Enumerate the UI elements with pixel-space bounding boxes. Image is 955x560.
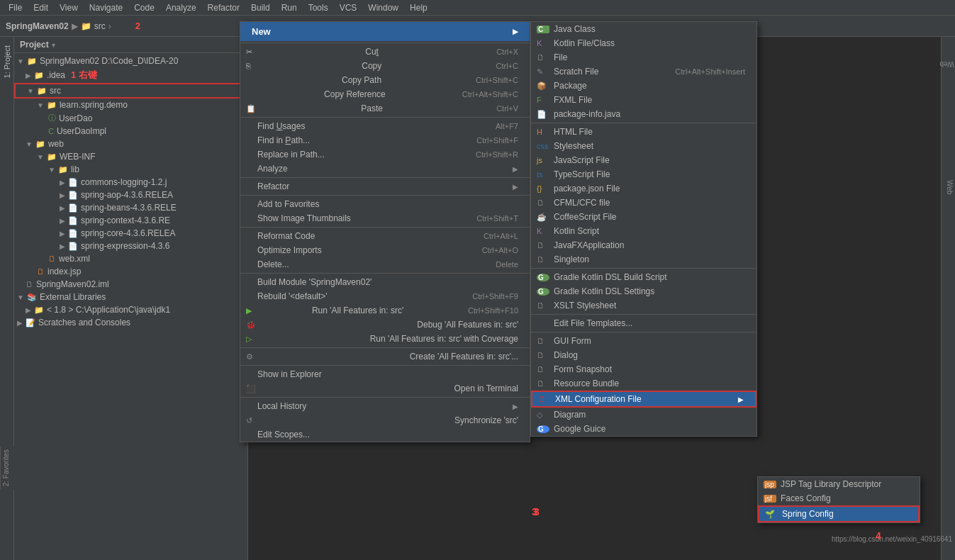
submenu-scratch-file[interactable]: ✎ Scratch File Ctrl+Alt+Shift+Insert bbox=[531, 65, 756, 79]
tree-item-jar4[interactable]: ▶ 📄 spring-context-4.3.6.RE bbox=[14, 214, 247, 227]
tree-item-iml[interactable]: 🗋 SpringMaven02.iml bbox=[14, 278, 247, 291]
subsubmenu-spring-config[interactable]: 🌱 Spring Config bbox=[758, 505, 920, 522]
context-menu-copy[interactable]: ⎘ Copy Ctrl+C bbox=[240, 59, 530, 73]
context-menu-debug[interactable]: 🐞 Debug 'All Features in: src' bbox=[240, 318, 530, 332]
submenu-google-guice[interactable]: G Google Guice bbox=[531, 422, 756, 436]
submenu-singleton[interactable]: 🗋 Singleton bbox=[531, 252, 756, 267]
menu-help[interactable]: Help bbox=[404, 1, 433, 14]
tree-item-userdaoimpl[interactable]: C UserDaoImpl bbox=[14, 125, 247, 138]
menu-refactor[interactable]: Refactor bbox=[202, 1, 245, 14]
menu-edit[interactable]: Edit bbox=[28, 1, 54, 14]
submenu-java-class[interactable]: C Java Class bbox=[531, 22, 756, 36]
context-menu-reformat[interactable]: Reformat Code Ctrl+Alt+L bbox=[240, 229, 530, 243]
menu-vcs[interactable]: VCS bbox=[334, 1, 363, 14]
tree-item-src[interactable]: ▼ 📁 src bbox=[14, 83, 247, 99]
menu-file[interactable]: File bbox=[3, 1, 28, 14]
tree-item-jar3[interactable]: ▶ 📄 spring-beans-4.3.6.RELE bbox=[14, 201, 247, 214]
context-menu-run-coverage[interactable]: ▷ Run 'All Features in: src' with Covera… bbox=[240, 332, 530, 346]
submenu-file[interactable]: 🗋 File bbox=[531, 50, 756, 65]
tree-item-jar1[interactable]: ▶ 📄 commons-logging-1.2.j bbox=[14, 176, 247, 189]
submenu-javascript[interactable]: js JavaScript File bbox=[531, 153, 756, 167]
tree-item-scratches[interactable]: ▶ 📝 Scratches and Consoles bbox=[14, 316, 247, 329]
tree-item-idea[interactable]: ▶ 📁 .idea 1 右键 bbox=[14, 67, 247, 83]
submenu-dialog[interactable]: 🗋 Dialog bbox=[531, 348, 756, 362]
submenu-gradle-build[interactable]: G Gradle Kotlin DSL Build Script bbox=[531, 270, 756, 284]
menu-tools[interactable]: Tools bbox=[303, 1, 334, 14]
submenu-javafx[interactable]: 🗋 JavaFXApplication bbox=[531, 238, 756, 252]
context-menu-rebuild[interactable]: Rebuild '<default>' Ctrl+Shift+F9 bbox=[240, 289, 530, 303]
tree-item-ext-libs[interactable]: ▼ 📚 External Libraries bbox=[14, 291, 247, 303]
tree-item-webxml[interactable]: 🗋 web.xml bbox=[14, 252, 247, 265]
submenu-package-info[interactable]: 📄 package-info.java bbox=[531, 107, 756, 121]
context-menu-find-path[interactable]: Find in Path... Ctrl+Shift+F bbox=[240, 133, 530, 147]
tree-arrow: ▶ bbox=[26, 306, 31, 314]
context-menu-synchronize[interactable]: ↺ Synchronize 'src' bbox=[240, 413, 530, 427]
project-dropdown-arrow[interactable]: ▾ bbox=[52, 41, 55, 49]
context-menu-open-terminal[interactable]: ⬛ Open in Terminal bbox=[240, 381, 530, 396]
context-menu-run[interactable]: ▶ Run 'All Features in: src' Ctrl+Shift+… bbox=[240, 303, 530, 318]
context-menu-add-favorites[interactable]: Add to Favorites bbox=[240, 197, 530, 211]
sidebar-tab-project[interactable]: 1: Project bbox=[1, 40, 13, 84]
subsubmenu-jsp-tag[interactable]: jsp JSP Tag Library Descriptor bbox=[758, 477, 920, 491]
menu-run[interactable]: Run bbox=[276, 1, 303, 14]
context-menu-copy-path[interactable]: Copy Path Ctrl+Shift+C bbox=[240, 73, 530, 87]
context-menu-edit-scopes[interactable]: Edit Scopes... bbox=[240, 427, 530, 442]
sidebar-tab-web-right[interactable]: Web bbox=[941, 177, 955, 197]
sidebar-tab-web[interactable]: Web bbox=[934, 59, 955, 69]
tree-item-web[interactable]: ▼ 📁 web bbox=[14, 138, 247, 150]
context-menu-refactor[interactable]: Refactor ▶ bbox=[240, 179, 530, 194]
submenu-resource-bundle[interactable]: 🗋 Resource Bundle bbox=[531, 376, 756, 391]
tree-item-jar2[interactable]: ▶ 📄 spring-aop-4.3.6.RELEA bbox=[14, 189, 247, 201]
submenu-kotlin-file[interactable]: K Kotlin File/Class bbox=[531, 36, 756, 50]
subsubmenu-faces-config[interactable]: jsf Faces Config bbox=[758, 491, 920, 505]
tree-item-jdk[interactable]: ▶ 📁 < 1.8 > C:\ApplicationC\java\jdk1 bbox=[14, 303, 247, 316]
context-menu-build-module[interactable]: Build Module 'SpringMaven02' bbox=[240, 275, 530, 289]
menu-build[interactable]: Build bbox=[245, 1, 276, 14]
context-menu-optimize[interactable]: Optimize Imports Ctrl+Alt+O bbox=[240, 243, 530, 257]
context-menu-local-history[interactable]: Local History ▶ bbox=[240, 399, 530, 413]
tree-item-learn-spring-demo[interactable]: ▼ 📁 learn.spring.demo bbox=[14, 99, 247, 111]
submenu-cfml[interactable]: 🗋 CFML/CFC file bbox=[531, 196, 756, 210]
menu-code[interactable]: Code bbox=[128, 1, 160, 14]
submenu-edit-templates[interactable]: Edit File Templates... bbox=[531, 316, 756, 330]
context-menu-analyze[interactable]: Analyze ▶ bbox=[240, 162, 530, 176]
submenu-xml-config[interactable]: 🗋 XML Configuration File ▶ bbox=[531, 391, 756, 408]
tree-item-lib[interactable]: ▼ 📁 lib bbox=[14, 163, 247, 176]
tree-label: spring-aop-4.3.6.RELEA bbox=[81, 190, 173, 200]
submenu-fxml[interactable]: F FXML File bbox=[531, 93, 756, 107]
tree-item-userdao[interactable]: ⓘ UserDao bbox=[14, 111, 247, 125]
context-menu-show-explorer[interactable]: Show in Explorer bbox=[240, 367, 530, 381]
tree-item-indexjsp[interactable]: 🗋 index.jsp bbox=[14, 265, 247, 278]
tree-item-jar6[interactable]: ▶ 📄 spring-expression-4.3.6 bbox=[14, 240, 247, 252]
context-menu-copy-ref[interactable]: Copy Reference Ctrl+Alt+Shift+C bbox=[240, 87, 530, 101]
context-menu-new[interactable]: New ▶ bbox=[240, 22, 530, 41]
context-menu-find-usages[interactable]: Find Usages Alt+F7 bbox=[240, 119, 530, 133]
submenu-form-snapshot[interactable]: 🗋 Form Snapshot bbox=[531, 362, 756, 376]
submenu-diagram[interactable]: ◇ Diagram bbox=[531, 408, 756, 422]
submenu-kotlin-script[interactable]: K Kotlin Script bbox=[531, 224, 756, 238]
tree-item-jar5[interactable]: ▶ 📄 spring-core-4.3.6.RELEA bbox=[14, 227, 247, 240]
menu-analyze[interactable]: Analyze bbox=[160, 1, 202, 14]
submenu-coffeescript[interactable]: ☕ CoffeeScript File bbox=[531, 210, 756, 224]
context-menu-cut[interactable]: ✂ Cut Ctrl+X bbox=[240, 45, 530, 59]
menu-window[interactable]: Window bbox=[362, 1, 404, 14]
submenu-gradle-settings[interactable]: G Gradle Kotlin DSL Settings bbox=[531, 284, 756, 298]
submenu-packagejson[interactable]: {} package.json File bbox=[531, 181, 756, 196]
context-menu-create[interactable]: ⚙ Create 'All Features in: src'... bbox=[240, 349, 530, 364]
submenu-package[interactable]: 📦 Package bbox=[531, 79, 756, 93]
submenu-gui-form[interactable]: 🗋 GUI Form bbox=[531, 334, 756, 348]
submenu-html[interactable]: H HTML File bbox=[531, 125, 756, 139]
tree-item-springmaven02[interactable]: ▼ 📁 SpringMaven02 D:\Code_D\IDEA-20 bbox=[14, 55, 247, 67]
context-menu-delete[interactable]: Delete... Delete bbox=[240, 257, 530, 271]
context-menu-image-thumbnails[interactable]: Show Image Thumbnails Ctrl+Shift+T bbox=[240, 211, 530, 225]
jar-icon: 📄 bbox=[68, 229, 78, 238]
menu-view[interactable]: View bbox=[54, 1, 84, 14]
menu-navigate[interactable]: Navigate bbox=[84, 1, 128, 14]
submenu-stylesheet[interactable]: css Stylesheet bbox=[531, 139, 756, 153]
tree-item-webinf[interactable]: ▼ 📁 WEB-INF bbox=[14, 150, 247, 163]
submenu-typescript[interactable]: ts TypeScript File bbox=[531, 167, 756, 181]
submenu-xslt[interactable]: 🗋 XSLT Stylesheet bbox=[531, 298, 756, 313]
sidebar-tab-favorites[interactable]: 2: Favorites bbox=[0, 447, 14, 489]
context-menu-paste[interactable]: 📋 Paste Ctrl+V bbox=[240, 101, 530, 116]
context-menu-replace-path[interactable]: Replace in Path... Ctrl+Shift+R bbox=[240, 147, 530, 162]
